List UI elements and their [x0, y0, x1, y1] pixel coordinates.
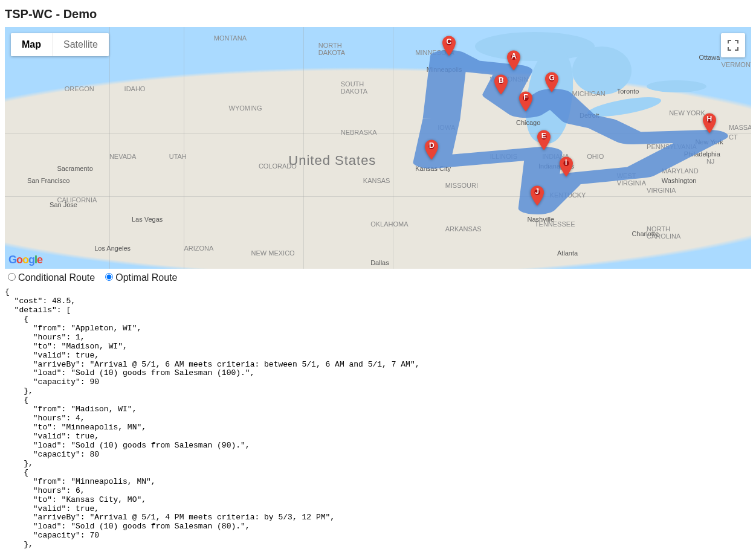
- city-label: Sacramento: [57, 165, 92, 172]
- state-border: [5, 133, 751, 134]
- city-label: New York: [695, 138, 723, 146]
- map-marker-d[interactable]: D: [425, 140, 438, 160]
- map-marker-b[interactable]: B: [494, 74, 508, 95]
- state-label: SOUTHDAKOTA: [341, 80, 367, 95]
- fullscreen-icon: [728, 40, 738, 51]
- map-marker-e[interactable]: E: [537, 130, 551, 150]
- state-label: IDAHO: [124, 85, 146, 92]
- state-label: VERMONT: [722, 61, 751, 68]
- route-option-opt[interactable]: Optimal Route: [102, 272, 177, 283]
- route-option-label: Optimal Route: [115, 272, 177, 283]
- map-marker-c[interactable]: C: [442, 36, 456, 56]
- lake-superior: [475, 32, 595, 61]
- state-label: ILLINOIS: [490, 153, 517, 160]
- city-label: Atlanta: [557, 249, 578, 257]
- state-label: MICHIGAN: [572, 90, 606, 97]
- city-label: Washington: [662, 177, 697, 184]
- city-label: Las Vegas: [132, 216, 163, 223]
- route-option-radio-cond[interactable]: [8, 273, 16, 281]
- state-label: KANSAS: [363, 177, 390, 184]
- state-label: NJ: [706, 158, 714, 165]
- state-label: KENTUCKY: [550, 191, 586, 199]
- city-label: Toronto: [617, 88, 639, 95]
- state-label: OHIO: [587, 153, 604, 160]
- marker-letter: C: [442, 37, 456, 46]
- state-label: OREGON: [65, 85, 94, 92]
- state-label: ARIZONA: [184, 245, 213, 252]
- fullscreen-button[interactable]: [721, 33, 745, 57]
- marker-letter: H: [703, 115, 716, 123]
- map-marker-f[interactable]: F: [519, 91, 532, 112]
- route-option-cond[interactable]: Conditional Route: [5, 272, 95, 283]
- state-label: UTAH: [169, 153, 187, 160]
- state-border: [109, 27, 110, 269]
- state-border: [393, 27, 393, 269]
- map-container[interactable]: United States WASHINGTONMONTANANORTHDAKO…: [5, 27, 751, 269]
- state-label: CT: [729, 133, 738, 141]
- state-label: NEVADA: [109, 153, 136, 160]
- state-border: [303, 27, 304, 269]
- marker-letter: A: [507, 52, 520, 60]
- state-label: NEW MEXICO: [251, 249, 295, 257]
- state-border: [5, 196, 751, 197]
- state-label: MISSOURI: [445, 182, 478, 189]
- marker-letter: J: [531, 187, 544, 196]
- state-label: COLORADO: [259, 162, 297, 170]
- city-label: Detroit: [580, 112, 599, 119]
- google-logo: Google: [8, 254, 42, 266]
- city-label: Kansas City: [415, 165, 451, 172]
- state-label: NEBRASKA: [341, 129, 377, 136]
- map-marker-h[interactable]: H: [703, 113, 716, 133]
- route-option-radio-opt[interactable]: [105, 273, 113, 281]
- state-label: WYOMING: [229, 104, 262, 112]
- map-center-label: United States: [288, 153, 376, 168]
- marker-letter: E: [537, 132, 551, 140]
- page-title: TSP-WC - Demo: [5, 7, 751, 21]
- state-label: IOWA: [438, 124, 455, 131]
- city-label: Ottawa: [699, 54, 720, 61]
- map-marker-a[interactable]: A: [507, 50, 520, 71]
- map-type-control: Map Satellite: [11, 33, 109, 56]
- state-label: MARYLAND: [662, 167, 699, 175]
- state-label: VIRGINIA: [647, 187, 676, 194]
- state-label: ARKANSAS: [445, 225, 482, 233]
- city-label: San Jose: [50, 201, 77, 208]
- city-label: Dallas: [370, 259, 389, 266]
- city-label: Philadelphia: [684, 150, 720, 158]
- state-label: NORTHDAKOTA: [318, 42, 345, 56]
- marker-letter: D: [425, 141, 438, 150]
- map-type-map-button[interactable]: Map: [11, 33, 52, 56]
- state-label: WESTVIRGINIA: [617, 172, 646, 187]
- city-label: Nashville: [528, 216, 555, 223]
- state-border: [184, 27, 184, 269]
- city-label: Minneapolis: [427, 66, 462, 73]
- map-type-satellite-button[interactable]: Satellite: [52, 33, 109, 56]
- state-label: MONTANA: [214, 34, 247, 42]
- map-marker-i[interactable]: I: [560, 156, 573, 177]
- state-label: OKLAHOMA: [370, 220, 408, 228]
- state-label: NEW YORK: [669, 109, 705, 117]
- lake-ontario: [647, 80, 706, 92]
- marker-letter: I: [560, 158, 573, 167]
- city-label: Charlotte: [632, 230, 659, 237]
- map-marker-g[interactable]: G: [545, 72, 558, 92]
- city-label: San Francisco: [27, 177, 69, 184]
- city-label: Los Angeles: [94, 245, 131, 252]
- state-label: PENNSYLVANIA: [647, 143, 697, 150]
- marker-letter: B: [494, 76, 508, 85]
- map-marker-j[interactable]: J: [531, 185, 544, 206]
- route-option-label: Conditional Route: [18, 272, 95, 283]
- marker-letter: G: [545, 74, 558, 82]
- marker-letter: F: [519, 93, 532, 101]
- route-choice-group: Conditional RouteOptimal Route: [5, 271, 751, 283]
- result-json-output: { "cost": 48.5, "details": [ { "from": "…: [5, 288, 751, 550]
- state-label: MASSAC: [729, 124, 751, 131]
- city-label: Chicago: [516, 119, 540, 126]
